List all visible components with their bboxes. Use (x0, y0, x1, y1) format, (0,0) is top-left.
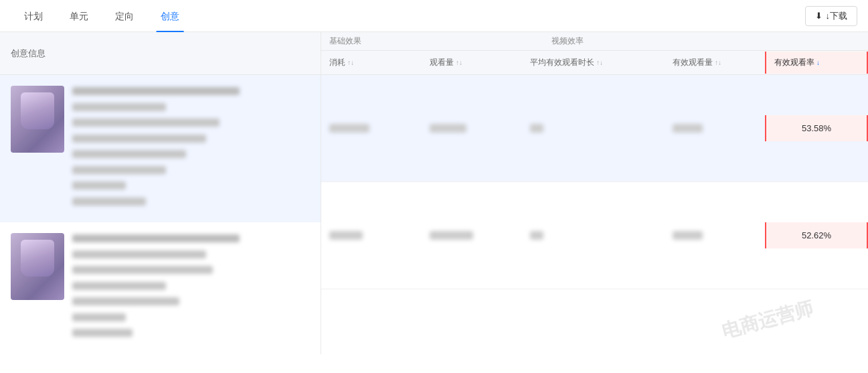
row2-avg-watch-time (522, 223, 665, 248)
tab-targeting[interactable]: 定向 (102, 0, 147, 32)
download-button[interactable]: ⬇ ↓下载 (805, 6, 858, 26)
row1-effective-view-rate: 53.58% (765, 115, 868, 141)
sort-icon-avg-watch: ↑↓ (596, 59, 603, 66)
info-column: 创意信息 (0, 32, 321, 354)
row2-metrics: 52.62% (321, 182, 868, 289)
row2-thumbnail (11, 233, 64, 300)
row1-text (72, 86, 310, 212)
row1-effective-views (665, 116, 765, 141)
info-column-header: 创意信息 (11, 48, 46, 60)
row1-avg-watch-time (522, 116, 665, 141)
tab-creative[interactable]: 创意 (147, 0, 193, 32)
tab-plan[interactable]: 计划 (11, 0, 56, 32)
table-wrapper: 创意信息 (0, 32, 868, 354)
row1-views (422, 116, 522, 141)
tab-bar: 计划 单元 定向 创意 ⬇ ↓下载 (0, 0, 868, 32)
col-header-cost[interactable]: 消耗 ↑↓ (321, 52, 422, 74)
col-header-avg-watch-time[interactable]: 平均有效观看时长 ↑↓ (522, 52, 665, 74)
download-icon: ⬇ (815, 11, 822, 21)
row1-cost (321, 116, 422, 141)
row1-metrics: 53.58% (321, 75, 868, 182)
row2-views (422, 223, 522, 248)
sort-icon-cost: ↑↓ (347, 59, 354, 66)
row2-effective-view-rate: 52.62% (765, 222, 868, 248)
col-header-effective-view-rate[interactable]: 有效观看率 ↓ (765, 52, 868, 74)
row2-info-cell (0, 222, 321, 354)
row2-effective-views (665, 223, 765, 248)
row2-text (72, 233, 310, 344)
table-container: 创意信息 (0, 32, 868, 354)
sort-icon-effective-views: ↑↓ (715, 59, 721, 66)
col-header-effective-views[interactable]: 有效观看量 ↑↓ (665, 52, 765, 74)
row1-thumbnail (11, 86, 64, 153)
metrics-columns: 基础效果 视频效率 消耗 ↑↓ 观看量 ↑↓ (321, 32, 868, 354)
sort-icon-views: ↑↓ (456, 59, 462, 66)
row1-info-cell (0, 75, 321, 222)
group-label-video: 视频效率 (543, 35, 868, 47)
row2-cost (321, 223, 422, 248)
group-label-basic: 基础效果 (321, 35, 543, 47)
col-header-views[interactable]: 观看量 ↑↓ (422, 52, 522, 74)
sort-icon-effective-rate: ↓ (816, 59, 820, 66)
tab-unit[interactable]: 单元 (56, 0, 102, 32)
